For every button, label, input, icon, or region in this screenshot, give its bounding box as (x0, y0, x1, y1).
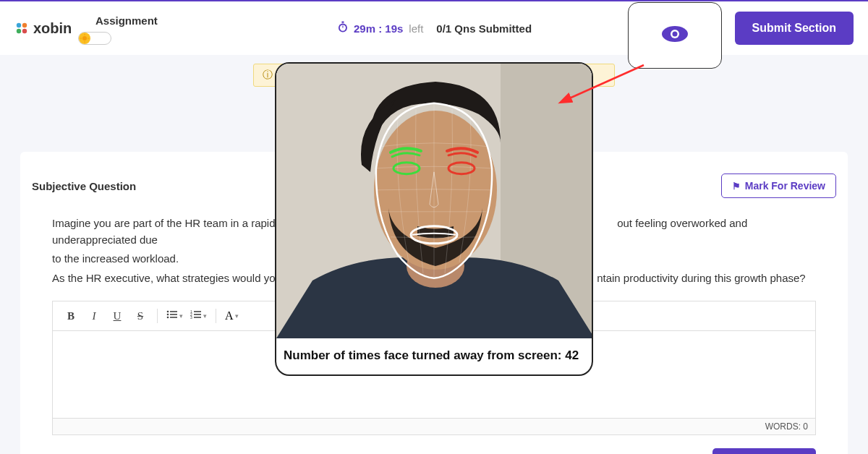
svg-rect-21 (170, 317, 177, 318)
logo-group: xobin (14, 20, 72, 37)
svg-point-3 (22, 29, 27, 33)
proctor-caption: Number of times face turned away from sc… (276, 338, 592, 374)
svg-point-33 (448, 163, 475, 174)
bold-button[interactable]: B (60, 306, 82, 326)
proctor-camera-overlay: Number of times face turned away from sc… (275, 62, 593, 376)
toolbar-separator (157, 309, 158, 323)
submit-section-button[interactable]: Submit Section (735, 12, 854, 45)
svg-point-32 (393, 163, 420, 174)
header-right: Submit Section (628, 0, 854, 61)
theme-toggle-wrap (78, 32, 111, 48)
chevron-down-icon: ▾ (179, 312, 183, 320)
svg-rect-23 (194, 311, 201, 312)
save-and-next-button[interactable]: Save and Next (712, 448, 816, 454)
chevron-down-icon: ▾ (235, 312, 239, 320)
svg-rect-25 (194, 314, 201, 315)
xobin-logo-icon (14, 21, 29, 35)
font-color-dropdown[interactable]: A ▾ (222, 309, 242, 322)
svg-rect-19 (170, 314, 177, 315)
mark-for-review-button[interactable]: ⚑ Mark For Review (721, 174, 836, 198)
stopwatch-icon (336, 20, 349, 37)
svg-rect-17 (170, 311, 177, 312)
svg-point-2 (17, 29, 21, 33)
face-mesh-overlay (354, 96, 514, 287)
brand-logo: xobin (14, 20, 72, 37)
svg-point-15 (672, 32, 677, 37)
svg-point-20 (167, 317, 169, 319)
svg-point-1 (22, 23, 27, 27)
svg-point-0 (17, 23, 21, 27)
strikethrough-button[interactable]: S (129, 306, 151, 326)
svg-point-18 (167, 314, 169, 316)
header-center-info: 29m : 19s left 0/1 Qns Submitted (336, 20, 532, 37)
svg-point-4 (82, 36, 87, 40)
eye-icon (660, 25, 689, 46)
proctor-video-feed (276, 64, 592, 338)
theme-toggle[interactable] (78, 32, 111, 45)
timer-value: 29m : 19s (354, 22, 403, 35)
bullet-list-icon (166, 309, 178, 322)
italic-button[interactable]: I (83, 306, 105, 326)
word-count: WORDS: 0 (53, 418, 815, 434)
svg-rect-10 (341, 21, 344, 22)
svg-point-16 (167, 311, 169, 313)
font-color-letter: A (225, 309, 234, 322)
mark-review-label: Mark For Review (745, 180, 825, 192)
svg-text:3: 3 (190, 315, 192, 320)
timer-suffix: left (409, 22, 423, 35)
face-away-count: 42 (565, 348, 579, 362)
question-type-title: Subjective Question (32, 180, 136, 192)
flag-icon: ⚑ (732, 181, 741, 192)
info-icon: ⓘ (263, 69, 273, 82)
toolbar-separator (216, 309, 216, 323)
save-next-wrap: Save and Next (20, 435, 848, 454)
proctor-eye-indicator[interactable] (628, 2, 722, 69)
chevron-down-icon: ▾ (203, 312, 207, 320)
app-header: xobin Assignment 29m : 19s left 0/1 Qns … (0, 0, 868, 55)
assignment-label: Assignment (95, 14, 158, 27)
svg-rect-27 (194, 317, 201, 318)
underline-button[interactable]: U (106, 306, 128, 326)
questions-submitted-status: 0/1 Qns Submitted (436, 22, 532, 35)
numbered-list-dropdown[interactable]: 123 ▾ (187, 309, 210, 322)
numbered-list-icon: 123 (190, 309, 202, 322)
bullet-list-dropdown[interactable]: ▾ (163, 309, 186, 322)
brand-name: xobin (33, 20, 72, 37)
sun-icon (79, 33, 90, 44)
timer: 29m : 19s left (336, 20, 423, 37)
